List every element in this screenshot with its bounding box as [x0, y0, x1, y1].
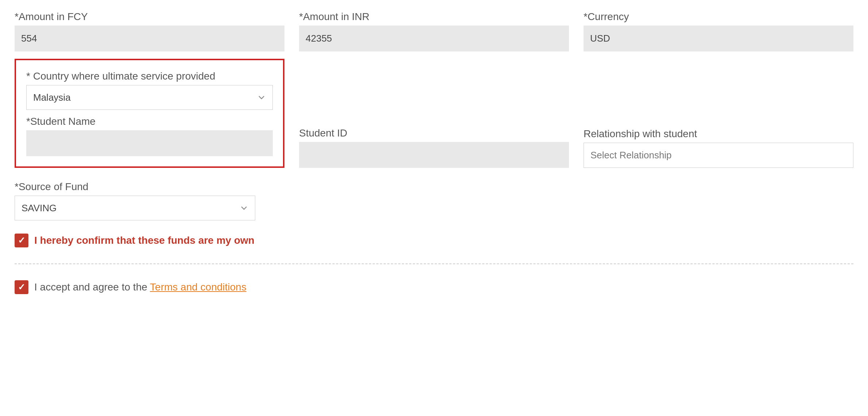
amount-fcy-group: *Amount in FCY — [15, 11, 284, 51]
confirm-label: I hereby confirm that these funds are my… — [34, 235, 255, 246]
terms-link[interactable]: Terms and conditions — [150, 281, 247, 293]
student-id-group: Student ID — [299, 127, 569, 168]
country-group: * Country where ultimate service provide… — [26, 70, 273, 110]
amount-inr-group: *Amount in INR — [299, 11, 569, 51]
top-row: *Amount in FCY *Amount in INR *Currency — [15, 11, 853, 51]
highlighted-region: * Country where ultimate service provide… — [15, 59, 284, 168]
currency-label: *Currency — [584, 11, 853, 23]
currency-group: *Currency — [584, 11, 853, 51]
terms-text: I accept and agree to the Terms and cond… — [34, 281, 247, 293]
confirm-checkbox[interactable] — [15, 234, 28, 247]
country-select[interactable]: Malaysia India USA — [26, 85, 273, 110]
confirm-checkbox-section: I hereby confirm that these funds are my… — [15, 234, 853, 247]
student-name-input[interactable] — [26, 130, 273, 156]
student-name-group: *Student Name — [26, 116, 273, 156]
relationship-input[interactable] — [584, 143, 853, 168]
country-label: * Country where ultimate service provide… — [26, 70, 273, 82]
source-group: *Source of Fund SAVING SALARY BUSINESS — [15, 181, 853, 220]
amount-inr-input[interactable] — [299, 26, 569, 51]
source-label: *Source of Fund — [15, 181, 853, 193]
section-divider — [15, 263, 853, 264]
student-name-label: *Student Name — [26, 116, 273, 127]
student-id-label: Student ID — [299, 127, 569, 139]
student-id-input[interactable] — [299, 142, 569, 168]
amount-fcy-label: *Amount in FCY — [15, 11, 284, 23]
currency-input[interactable] — [584, 26, 853, 51]
relationship-label: Relationship with student — [584, 128, 853, 140]
terms-checkbox[interactable] — [15, 280, 28, 294]
amount-inr-label: *Amount in INR — [299, 11, 569, 23]
terms-checkbox-section: I accept and agree to the Terms and cond… — [15, 280, 853, 294]
relationship-group: Relationship with student — [584, 128, 853, 168]
middle-row: * Country where ultimate service provide… — [15, 59, 853, 168]
terms-prefix: I accept and agree to the — [34, 281, 150, 293]
amount-fcy-input[interactable] — [15, 26, 284, 51]
source-select[interactable]: SAVING SALARY BUSINESS — [15, 196, 255, 220]
source-section: *Source of Fund SAVING SALARY BUSINESS — [15, 181, 853, 220]
